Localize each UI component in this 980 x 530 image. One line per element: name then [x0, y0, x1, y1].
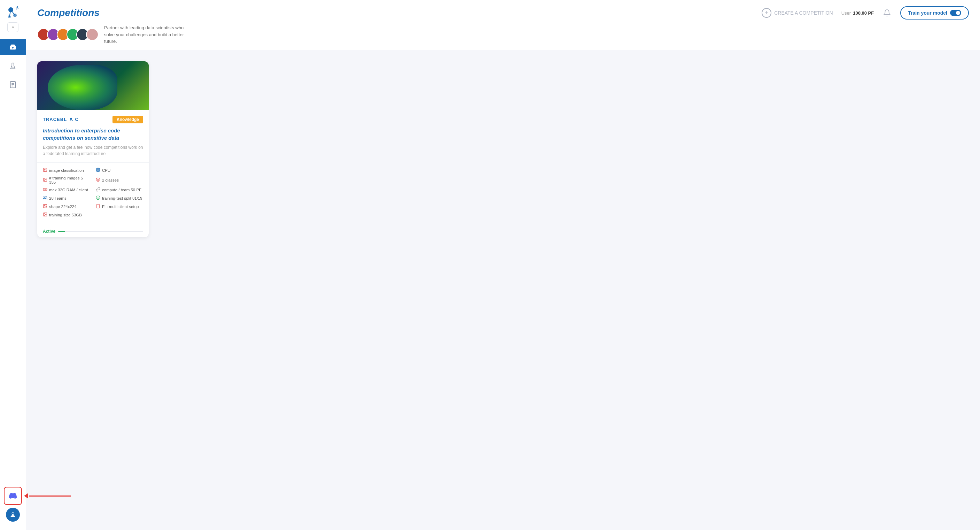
stat-item-ram: max 32G RAM / client [43, 187, 90, 193]
stat-row: # training images 5 355 2 classes [43, 176, 143, 184]
sidebar-item-reports[interactable] [0, 77, 26, 93]
header-actions: + CREATE A COMPETITION User 100.00 PF Tr… [762, 6, 969, 19]
avatar-group [37, 28, 99, 41]
stat-item-image-classification: image classification [43, 168, 90, 173]
image-icon-2 [43, 177, 47, 183]
active-label: Active [43, 229, 56, 234]
card-image-blob [48, 65, 117, 110]
card-footer: Active [37, 225, 149, 237]
shape-icon [43, 204, 47, 209]
size-icon [43, 212, 47, 218]
notification-icon[interactable] [882, 8, 892, 18]
knowledge-badge: Knowledge [113, 116, 143, 123]
stat-row: max 32G RAM / client compute / team 50 P… [43, 187, 143, 193]
memory-icon [43, 187, 47, 193]
create-competition-button[interactable]: + CREATE A COMPETITION [762, 8, 833, 18]
page-title: Competitions [37, 7, 100, 19]
svg-point-48 [44, 213, 45, 214]
stat-item-compute: compute / team 50 PF [96, 187, 143, 193]
card-body: TRACEBL C Knowledge Introduction to ente… [37, 110, 149, 163]
stat-row: shape 224x224 FL: multi client setup [43, 204, 143, 209]
image-icon [43, 168, 47, 173]
svg-point-7 [12, 67, 13, 68]
split-icon [96, 195, 100, 201]
stat-item-shape: shape 224x224 [43, 204, 90, 209]
card-stats: image classification CPU [37, 163, 149, 225]
arrow-head-icon [24, 493, 28, 499]
fl-icon [96, 204, 100, 209]
stat-row: image classification CPU [43, 168, 143, 173]
user-avatar[interactable] [6, 508, 20, 522]
stat-item-cpu: CPU [96, 168, 143, 173]
sidebar-item-competitions[interactable] [0, 39, 26, 55]
toggle-icon [950, 10, 961, 16]
sidebar: β » [0, 0, 26, 530]
stat-item-classes: 2 classes [96, 177, 143, 183]
svg-rect-45 [97, 204, 100, 208]
sidebar-item-experiments[interactable] [0, 58, 26, 74]
svg-rect-22 [97, 168, 100, 171]
header-top-row: Competitions + CREATE A COMPETITION User… [37, 6, 969, 19]
svg-point-14 [12, 512, 14, 514]
svg-point-33 [44, 179, 45, 179]
link-icon [96, 187, 100, 193]
avatar [86, 28, 99, 41]
card-thumbnail [37, 61, 149, 110]
app-logo[interactable]: β [5, 6, 21, 22]
svg-text:β: β [16, 6, 19, 10]
card-header-row: TRACEBL C Knowledge [43, 116, 143, 123]
discord-button[interactable] [4, 487, 22, 505]
card-logo: TRACEBL C [43, 117, 79, 122]
subheader: Partner with leading data scientists who… [37, 24, 969, 45]
svg-point-40 [44, 196, 45, 197]
layers-icon [96, 177, 100, 183]
plus-icon: + [762, 8, 772, 18]
team-icon [43, 195, 47, 201]
stat-row: 28 Teams training-test split 81/19 [43, 195, 143, 201]
page-content: TRACEBL C Knowledge Introduction to ente… [26, 50, 980, 530]
stat-item-fl: FL: multi client setup [96, 204, 143, 209]
sidebar-nav [0, 39, 26, 487]
discord-arrow-indicator [24, 493, 71, 499]
progress-bar [58, 231, 143, 232]
competition-card[interactable]: TRACEBL C Knowledge Introduction to ente… [37, 61, 149, 237]
stat-item-training-images: # training images 5 355 [43, 176, 90, 184]
progress-bar-fill [58, 231, 65, 232]
subheader-description: Partner with leading data scientists who… [104, 24, 188, 45]
card-description: Explore and get a feel how code competit… [43, 144, 143, 157]
stat-item-split: training-test split 81/19 [96, 195, 143, 201]
user-credit: User 100.00 PF [842, 10, 874, 16]
stat-row: training size 53GB [43, 212, 143, 218]
cpu-icon [96, 168, 100, 173]
svg-rect-23 [97, 169, 99, 170]
svg-point-21 [44, 169, 45, 169]
sidebar-collapse-button[interactable]: » [7, 22, 19, 32]
svg-point-44 [44, 205, 45, 206]
sidebar-bottom [4, 487, 22, 522]
stat-item-teams: 28 Teams [43, 195, 90, 201]
arrow-line [29, 495, 71, 496]
svg-marker-34 [96, 178, 100, 179]
card-title: Introduction to enterprise code competit… [43, 127, 143, 142]
main-content: Competitions + CREATE A COMPETITION User… [26, 0, 980, 530]
page-header: Competitions + CREATE A COMPETITION User… [26, 0, 980, 50]
stat-item-training-size: training size 53GB [43, 212, 143, 218]
train-model-button[interactable]: Train your model [900, 6, 969, 19]
